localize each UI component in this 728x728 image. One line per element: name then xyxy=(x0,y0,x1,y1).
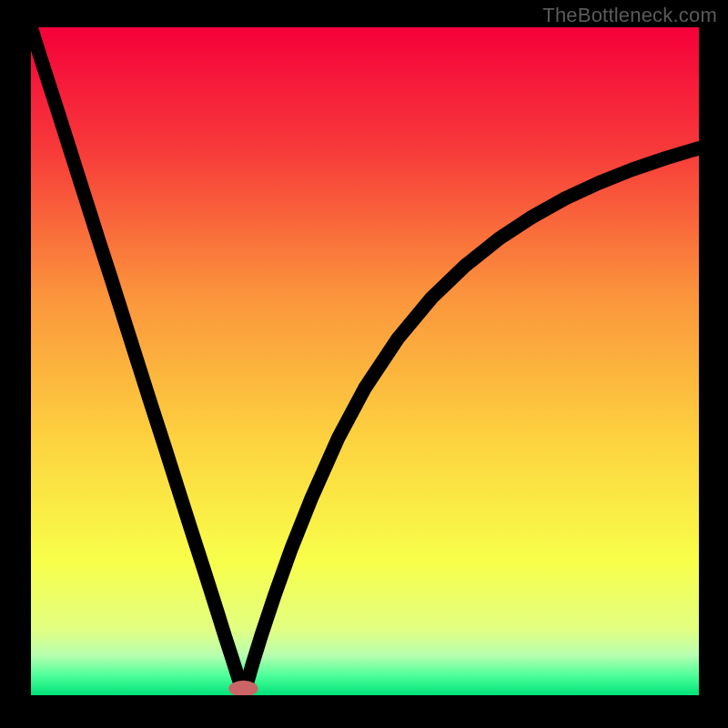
plot-area xyxy=(31,27,699,695)
watermark-text: TheBottleneck.com xyxy=(542,4,717,27)
chart-frame: TheBottleneck.com xyxy=(0,0,728,728)
chart-svg xyxy=(31,27,699,695)
